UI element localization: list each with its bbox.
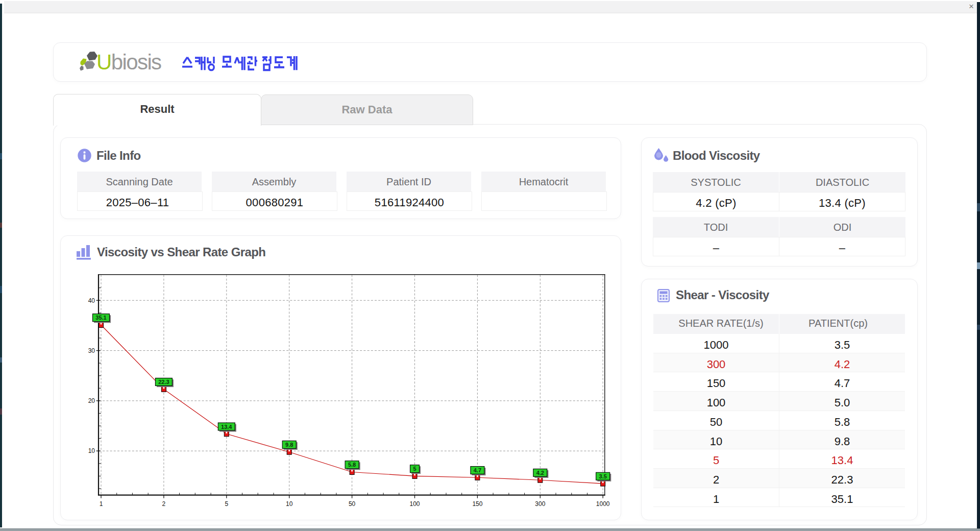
svg-text:10: 10 — [286, 500, 293, 508]
svg-text:5.8: 5.8 — [348, 462, 356, 468]
svg-text:13.4: 13.4 — [221, 424, 232, 430]
svg-text:20: 20 — [88, 397, 95, 404]
svg-text:5: 5 — [413, 466, 416, 472]
svg-text:300: 300 — [535, 500, 545, 508]
svg-text:150: 150 — [472, 500, 482, 508]
svg-text:22.3: 22.3 — [158, 379, 169, 385]
svg-text:40: 40 — [88, 297, 95, 304]
svg-text:5: 5 — [225, 500, 228, 508]
svg-text:3.5: 3.5 — [599, 473, 607, 479]
svg-text:100: 100 — [409, 500, 420, 508]
svg-text:2: 2 — [162, 500, 166, 508]
svg-text:50: 50 — [349, 500, 356, 508]
svg-text:9.8: 9.8 — [285, 442, 293, 448]
svg-text:35.1: 35.1 — [95, 315, 106, 321]
svg-text:30: 30 — [88, 347, 95, 354]
svg-text:4.7: 4.7 — [474, 467, 481, 473]
svg-text:1000: 1000 — [596, 500, 610, 508]
svg-text:1: 1 — [100, 500, 103, 508]
svg-text:4.2: 4.2 — [536, 470, 544, 476]
svg-text:10: 10 — [88, 447, 95, 454]
